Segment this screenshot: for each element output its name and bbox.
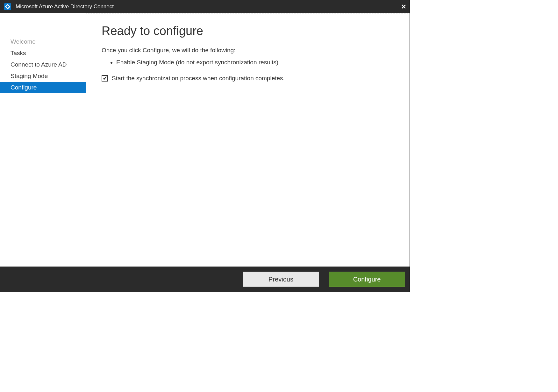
sidebar-item-staging-mode[interactable]: Staging Mode: [0, 70, 86, 82]
titlebar[interactable]: Microsoft Azure Active Directory Connect…: [0, 0, 410, 13]
sidebar-item-connect-to-azure-ad[interactable]: Connect to Azure AD: [0, 59, 86, 70]
sidebar-item-tasks[interactable]: Tasks: [0, 47, 86, 59]
previous-button[interactable]: Previous: [243, 272, 319, 287]
window-title: Microsoft Azure Active Directory Connect: [16, 4, 387, 10]
checkbox-label: Start the synchronization process when c…: [112, 75, 285, 82]
page-heading: Ready to configure: [102, 24, 394, 38]
content-pane: Ready to configure Once you click Config…: [86, 13, 410, 267]
sidebar-item-configure[interactable]: Configure: [0, 82, 86, 93]
start-sync-checkbox-row[interactable]: ✔ Start the synchronization process when…: [102, 75, 394, 82]
main-body: Welcome Tasks Connect to Azure AD Stagin…: [0, 13, 410, 267]
action-list-item: Enable Staging Mode (do not export synch…: [116, 58, 394, 67]
wizard-sidebar: Welcome Tasks Connect to Azure AD Stagin…: [0, 13, 86, 267]
app-logo-icon: [4, 3, 12, 11]
window-controls: __ ✕: [387, 4, 406, 10]
sidebar-item-welcome[interactable]: Welcome: [0, 36, 86, 47]
app-window: Microsoft Azure Active Directory Connect…: [0, 0, 410, 292]
footer-bar: Previous Configure: [0, 267, 410, 292]
intro-text: Once you click Configure, we will do the…: [102, 47, 394, 54]
configure-button[interactable]: Configure: [329, 272, 405, 287]
close-button[interactable]: ✕: [401, 4, 406, 10]
minimize-button[interactable]: __: [387, 5, 394, 11]
action-list: Enable Staging Mode (do not export synch…: [116, 58, 394, 67]
checkbox-icon[interactable]: ✔: [102, 75, 108, 82]
